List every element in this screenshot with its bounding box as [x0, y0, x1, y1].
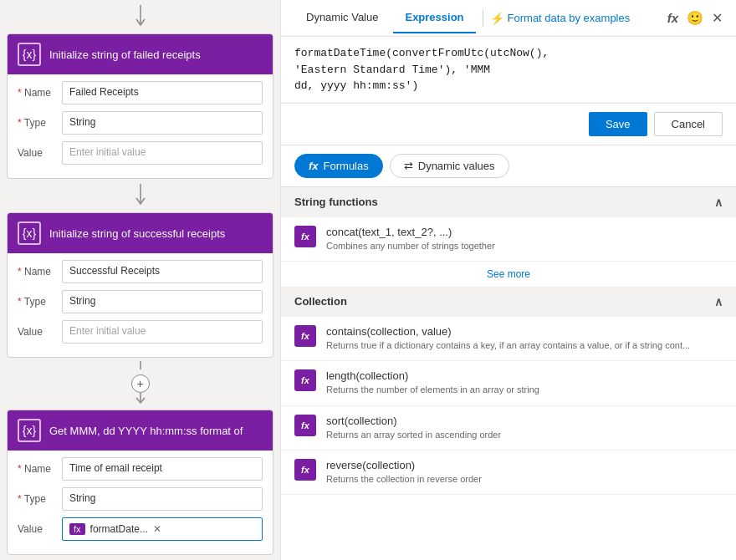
tab-format-data[interactable]: ⚡ Format data by examples — [490, 12, 631, 25]
field-label-name-2: Name — [18, 266, 55, 277]
func-item-reverse[interactable]: fx reverse(collection) Returns the colle… — [281, 451, 736, 495]
right-panel: Dynamic Value Expression ⚡ Format data b… — [280, 0, 736, 560]
toggle-bar: fx Formulas ⇄ Dynamic values — [281, 145, 736, 187]
func-name-concat: concat(text_1, text_2?, ...) — [326, 226, 723, 238]
field-input-type-1[interactable]: String — [62, 111, 263, 135]
field-row-name-1: Name Failed Receipts — [18, 81, 263, 104]
field-row-type-2: Type String — [18, 290, 263, 313]
func-desc-concat: Combines any number of strings together — [326, 240, 723, 252]
tab-bar: Dynamic Value Expression ⚡ Format data b… — [281, 0, 736, 37]
func-details-length: length(collection) Returns the number of… — [326, 369, 723, 396]
section-title-string: String functions — [294, 196, 378, 208]
func-desc-reverse: Returns the collection in reverse order — [326, 473, 723, 486]
close-icon-button[interactable]: ✕ — [712, 10, 723, 26]
action-block-successful-receipts: {x} Initialize string of successful rece… — [7, 212, 273, 358]
tab-dynamic-value[interactable]: Dynamic Value — [294, 3, 390, 33]
field-row-name-3: Name Time of email receipt — [18, 457, 263, 481]
func-item-sort[interactable]: fx sort(collection) Returns an array sor… — [281, 406, 736, 451]
field-row-type-3: Type String — [18, 487, 263, 511]
action-header-3[interactable]: {x} Get MMM, dd YYYY hh:mm:ss format of — [8, 410, 273, 451]
fx-toggle-icon: fx — [309, 160, 319, 172]
func-icon-length: fx — [294, 369, 316, 391]
add-action-button[interactable]: + — [131, 374, 150, 393]
field-input-name-2[interactable]: Successful Receipts — [62, 260, 263, 283]
lightning-icon: ⚡ — [490, 12, 504, 25]
action-header-1[interactable]: {x} Initialize string of failed receipts — [8, 34, 273, 74]
field-input-type-2[interactable]: String — [62, 290, 263, 313]
expression-text[interactable]: formatDateTime(convertFromUtc(utcNow(), … — [294, 45, 723, 94]
fx-icon-button[interactable]: fx — [667, 11, 678, 25]
dynamic-values-label: Dynamic values — [418, 160, 495, 172]
action-title-3: Get MMM, dd YYYY hh:mm:ss format of — [49, 425, 243, 437]
func-icon-sort: fx — [294, 415, 316, 436]
func-item-contains[interactable]: fx contains(collection, value) Returns t… — [281, 317, 736, 361]
field-row-name-2: Name Successful Receipts — [18, 260, 263, 283]
func-name-contains: contains(collection, value) — [326, 325, 723, 338]
action-icon-2: {x} — [18, 221, 41, 245]
collapse-string-icon[interactable]: ∧ — [714, 196, 723, 209]
field-input-name-3[interactable]: Time of email receipt — [62, 457, 263, 481]
func-item-length[interactable]: fx length(collection) Returns the number… — [281, 361, 736, 405]
field-row-value-1: Value Enter initial value — [18, 141, 263, 165]
action-body-3: Name Time of email receipt Type String V… — [8, 451, 273, 554]
action-header-2[interactable]: {x} Initialize string of successful rece… — [8, 213, 273, 253]
field-input-value-2[interactable]: Enter initial value — [62, 320, 263, 344]
section-header-collection: Collection ∧ — [281, 287, 736, 317]
field-input-type-3[interactable]: String — [62, 487, 263, 511]
func-desc-length: Returns the number of elements in an arr… — [326, 384, 723, 396]
section-header-string: String functions ∧ — [281, 187, 736, 217]
action-title-1: Initialize string of failed receipts — [49, 48, 201, 61]
field-label-name-1: Name — [18, 87, 55, 99]
see-more-string[interactable]: See more — [281, 262, 736, 287]
save-button[interactable]: Save — [589, 112, 647, 136]
field-label-value-2: Value — [18, 326, 55, 338]
field-input-value-3[interactable]: fx formatDate... ✕ — [62, 517, 263, 541]
action-icon-3: {x} — [18, 419, 41, 442]
smiley-icon-button[interactable]: 🙂 — [687, 10, 703, 26]
expression-area[interactable]: formatDateTime(convertFromUtc(utcNow(), … — [281, 37, 736, 104]
func-icon-reverse: fx — [294, 459, 316, 481]
formulas-label: Formulas — [324, 160, 369, 172]
clear-value-button[interactable]: ✕ — [153, 523, 161, 535]
cancel-button[interactable]: Cancel — [654, 112, 723, 136]
action-body-1: Name Failed Receipts Type String Value E… — [8, 74, 273, 178]
field-label-name-3: Name — [18, 463, 55, 475]
formulas-toggle[interactable]: fx Formulas — [294, 154, 383, 178]
field-row-value-3: Value fx formatDate... ✕ — [18, 517, 263, 541]
dynamic-values-icon: ⇄ — [404, 160, 413, 172]
func-desc-contains: Returns true if a dictionary contains a … — [326, 339, 723, 352]
collapse-collection-icon[interactable]: ∧ — [714, 295, 723, 308]
field-label-type-3: Type — [18, 493, 55, 505]
func-name-length: length(collection) — [326, 369, 723, 382]
tab-icons-group: fx 🙂 ✕ — [667, 10, 723, 26]
func-name-sort: sort(collection) — [326, 415, 723, 427]
field-label-value-3: Value — [18, 523, 55, 535]
action-block-time-format: {x} Get MMM, dd YYYY hh:mm:ss format of … — [7, 410, 273, 555]
func-details-sort: sort(collection) Returns an array sorted… — [326, 415, 723, 441]
field-input-name-1[interactable]: Failed Receipts — [62, 81, 263, 104]
action-icon-1: {x} — [18, 43, 41, 66]
tab-divider — [483, 10, 483, 27]
field-row-value-2: Value Enter initial value — [18, 320, 263, 344]
section-title-collection: Collection — [294, 295, 347, 308]
func-item-concat[interactable]: fx concat(text_1, text_2?, ...) Combines… — [281, 217, 736, 262]
field-label-type-1: Type — [18, 117, 55, 129]
dynamic-values-toggle[interactable]: ⇄ Dynamic values — [390, 154, 509, 178]
arrow-connector-top — [0, 0, 280, 33]
action-title-2: Initialize string of successful receipts — [49, 227, 225, 240]
func-desc-sort: Returns an array sorted in ascending ord… — [326, 429, 723, 441]
field-label-value-1: Value — [18, 147, 55, 159]
functions-panel: String functions ∧ fx concat(text_1, tex… — [281, 187, 736, 561]
fx-badge: fx — [69, 523, 85, 535]
field-row-type-1: Type String — [18, 111, 263, 135]
field-value-text-3: formatDate... — [90, 523, 148, 535]
tab-expression[interactable]: Expression — [393, 3, 475, 33]
arrow-connector-2 — [0, 179, 280, 212]
func-icon-concat: fx — [294, 226, 316, 247]
func-details-contains: contains(collection, value) Returns true… — [326, 325, 723, 352]
func-details-reverse: reverse(collection) Returns the collecti… — [326, 459, 723, 486]
field-input-value-1[interactable]: Enter initial value — [62, 141, 263, 165]
action-body-2: Name Successful Receipts Type String Val… — [8, 253, 273, 357]
save-cancel-bar: Save Cancel — [281, 104, 736, 145]
func-details-concat: concat(text_1, text_2?, ...) Combines an… — [326, 226, 723, 252]
